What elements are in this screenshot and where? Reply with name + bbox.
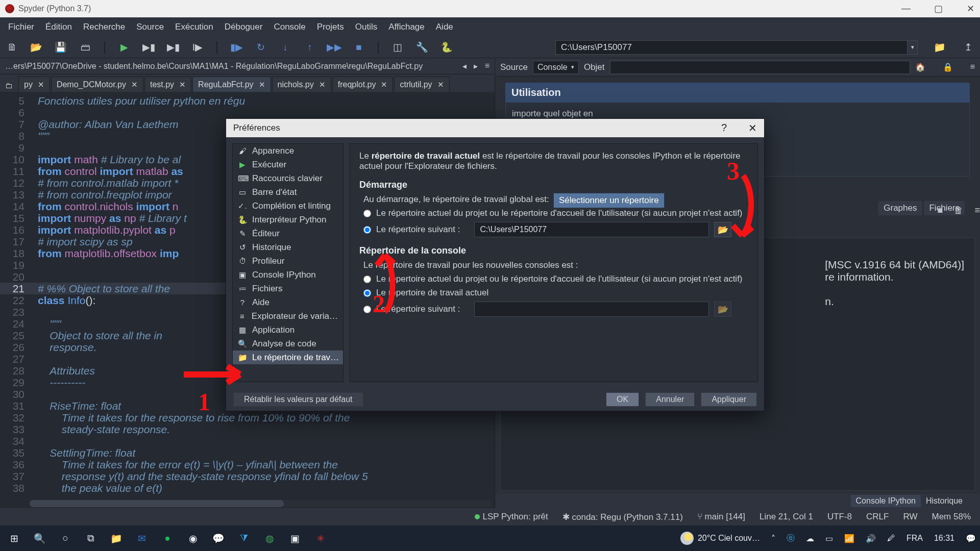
console-menu-icon[interactable]: ≡ [974, 205, 980, 216]
menu-déboguer[interactable]: Déboguer [219, 20, 268, 34]
close-tab-icon[interactable]: ✕ [381, 80, 387, 89]
menu-projets[interactable]: Projets [312, 20, 349, 34]
chrome-icon[interactable]: ◉ [183, 528, 203, 548]
nav-item[interactable]: ⌨Raccourcis clavier [233, 171, 343, 185]
save-all-icon[interactable]: 🗃 [79, 41, 92, 54]
reset-defaults-button[interactable]: Rétablir les valeurs par défaut [233, 392, 363, 407]
save-icon[interactable]: 💾 [54, 41, 67, 54]
workdir-combo[interactable]: ▾ 📁 ↥ [555, 40, 975, 55]
radio-startup-project[interactable]: Le répertoire actuel du projet ou le rép… [363, 208, 748, 218]
editor-tab[interactable]: py✕ [18, 77, 50, 92]
nav-item[interactable]: ▦Application [233, 323, 343, 337]
menu-affichage[interactable]: Affichage [383, 20, 430, 34]
menu-outils[interactable]: Outils [350, 20, 382, 34]
editor-tab[interactable]: freqplot.py✕ [332, 77, 394, 92]
preferences-icon[interactable]: 🔧 [415, 41, 429, 54]
tray-notifications-icon[interactable]: 💬 [966, 534, 976, 543]
apply-button[interactable]: Appliquer [701, 392, 757, 407]
nav-item[interactable]: ▣Console IPython [233, 268, 343, 282]
cortana-icon[interactable]: ○ [55, 528, 76, 548]
nav-item[interactable]: ↺Historique [233, 240, 343, 254]
run-icon[interactable]: ▶ [117, 41, 131, 54]
nav-item[interactable]: ?Aide [233, 295, 343, 309]
tab-history[interactable]: Historique [921, 495, 968, 507]
weather-widget[interactable]: 20°C Ciel couv… [680, 532, 760, 545]
taskview-icon[interactable]: ⧉ [81, 528, 101, 548]
nav-item[interactable]: ≔Fichiers [233, 282, 343, 295]
nav-item[interactable]: 🔍Analyse de code [233, 337, 343, 350]
radio-console-following[interactable]: Le répertoire suivant : 📂 [363, 302, 748, 317]
nav-item[interactable]: ≡Explorateur de varia… [233, 309, 343, 323]
explorer-icon[interactable]: 📁 [106, 528, 127, 548]
lock-icon[interactable]: 🔒 [943, 62, 953, 72]
spotify-icon[interactable]: ● [157, 528, 178, 548]
tray-wifi-icon[interactable]: 📶 [844, 534, 854, 543]
messages-icon[interactable]: 💬 [208, 528, 229, 548]
workdir-input[interactable] [555, 40, 908, 55]
console-clear-icon[interactable]: 🗑 [954, 205, 963, 216]
maximize-button[interactable]: ▢ [934, 3, 943, 14]
start-button[interactable]: ⊞ [4, 528, 24, 548]
radio-console-project[interactable]: Le répertoire actuel du projet ou le rép… [363, 274, 748, 284]
tray-edge-icon[interactable]: ⓔ [787, 533, 795, 544]
terminal-icon[interactable]: ▣ [285, 528, 305, 548]
nav-item[interactable]: ✓.Complétion et linting [233, 199, 343, 213]
debug-icon[interactable]: ▮▶ [230, 41, 243, 54]
close-tab-icon[interactable]: ✕ [259, 80, 265, 89]
radio-console-current[interactable]: Le répertoire de travail actuel [363, 288, 748, 298]
vscode-icon[interactable]: ⧩ [234, 528, 254, 548]
minimize-button[interactable]: — [901, 3, 911, 14]
close-tab-icon[interactable]: ✕ [131, 80, 138, 89]
console-path-input[interactable] [474, 302, 709, 317]
nav-item[interactable]: ▭Barre d'état [233, 185, 343, 199]
menu-console[interactable]: Console [268, 20, 310, 34]
close-tab-icon[interactable]: ✕ [437, 80, 444, 89]
run-selection-icon[interactable]: I▶ [191, 41, 204, 54]
tray-ease-icon[interactable]: 🖉 [887, 534, 895, 543]
python-path-icon[interactable]: 🐍 [440, 41, 453, 54]
search-icon[interactable]: 🔍 [30, 528, 50, 548]
browse-startup-dir-button[interactable]: 📂 [714, 222, 731, 237]
close-button[interactable]: ✕ [966, 3, 975, 14]
workdir-dropdown-icon[interactable]: ▾ [908, 40, 918, 55]
run-cell-advance-icon[interactable]: ▶▮ [166, 41, 180, 54]
next-file-icon[interactable]: ▸ [474, 61, 478, 71]
tray-chevron-icon[interactable]: ˄ [771, 534, 775, 543]
browse-workdir-icon[interactable]: 📁 [933, 41, 946, 54]
menu-aide[interactable]: Aide [431, 20, 458, 34]
nav-item[interactable]: ⏱Profileur [233, 254, 343, 268]
pane-menu-icon[interactable]: ≡ [485, 61, 489, 71]
home-icon[interactable]: 🏠 [915, 62, 925, 72]
close-tab-icon[interactable]: ✕ [319, 80, 326, 89]
nav-item[interactable]: 🖌Apparence [233, 144, 343, 158]
dialog-help-icon[interactable]: ? [721, 122, 727, 134]
editor-tab[interactable]: Demo_DCMotor.py✕ [51, 77, 143, 92]
prev-file-icon[interactable]: ◂ [462, 61, 467, 71]
open-folder-icon[interactable]: 📂 [30, 41, 43, 54]
tray-volume-icon[interactable]: 🔊 [866, 534, 876, 543]
menu-fichier[interactable]: Fichier [3, 20, 39, 34]
new-file-icon[interactable]: 🗎 [5, 41, 18, 54]
browse-console-dir-button[interactable]: 📂 [714, 302, 731, 317]
editor-tab[interactable]: test.py✕ [144, 77, 191, 92]
radio-startup-following[interactable]: Le répertoire suivant : 📂 [363, 222, 748, 237]
step-in-icon[interactable]: ↓ [279, 41, 292, 54]
step-over-icon[interactable]: ↻ [254, 41, 267, 54]
nav-item[interactable]: ✎Éditeur [233, 227, 343, 240]
help-menu-icon[interactable]: ≡ [970, 62, 975, 72]
h-scrollbar[interactable] [30, 500, 492, 507]
console-stop-icon[interactable]: ■ [938, 205, 943, 216]
tab-graphs[interactable]: Graphes [878, 201, 922, 215]
ok-button[interactable]: OK [606, 392, 639, 407]
tray-battery-icon[interactable]: ▭ [825, 534, 833, 543]
maximize-pane-icon[interactable]: ◫ [391, 41, 404, 54]
object-input[interactable] [610, 61, 910, 74]
outlook-icon[interactable]: ✉ [132, 528, 152, 548]
file-browser-icon[interactable]: 🗀 [2, 79, 15, 92]
tray-cloud-icon[interactable]: ☁ [806, 534, 814, 543]
close-tab-icon[interactable]: ✕ [38, 80, 44, 89]
nav-item[interactable]: 🐍Interpréteur Python [233, 213, 343, 227]
menu-exécution[interactable]: Exécution [170, 20, 218, 34]
tray-lang[interactable]: FRA [906, 534, 923, 543]
menu-édition[interactable]: Édition [40, 20, 77, 34]
